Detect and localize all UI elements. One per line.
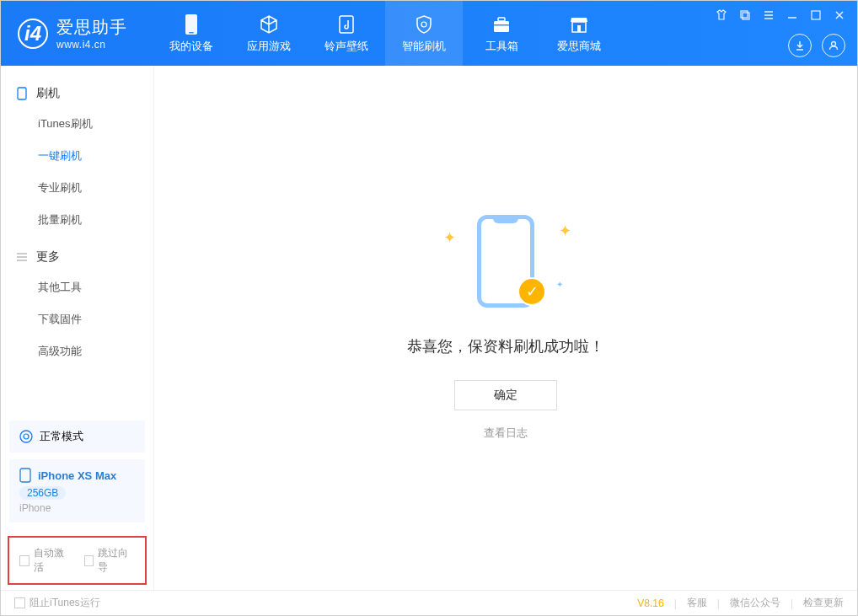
sparkle-icon: ✦	[556, 280, 563, 289]
device-name: iPhone XS Max	[38, 469, 116, 482]
svg-rect-12	[18, 88, 26, 99]
checkbox-icon	[19, 555, 29, 566]
tab-label: 我的设备	[169, 39, 213, 54]
checkbox-icon	[84, 555, 94, 566]
sync-icon	[19, 430, 33, 443]
version-label: V8.16	[637, 597, 663, 609]
svg-point-11	[832, 42, 836, 46]
shield-sync-icon	[413, 13, 435, 35]
flash-options-row: 自动激活 跳过向导	[8, 536, 147, 585]
download-button[interactable]	[788, 34, 812, 57]
section-title: 更多	[36, 249, 60, 265]
separator: |	[791, 597, 793, 609]
user-account-button[interactable]	[822, 34, 845, 57]
tab-my-device[interactable]: 我的设备	[153, 1, 230, 66]
svg-rect-7	[577, 25, 581, 32]
checkbox-block-itunes[interactable]: 阻止iTunes运行	[14, 596, 100, 610]
menu-icon[interactable]	[761, 8, 776, 23]
svg-rect-3	[494, 21, 509, 32]
device-mode-indicator[interactable]: 正常模式	[9, 420, 145, 453]
device-type: iPhone	[19, 502, 135, 514]
svg-rect-10	[812, 11, 820, 19]
tab-toolbox[interactable]: 工具箱	[463, 1, 540, 66]
tab-apps-games[interactable]: 应用游戏	[230, 1, 308, 66]
device-icon	[16, 88, 28, 99]
status-bar: 阻止iTunes运行 V8.16 | 客服 | 微信公众号 | 检查更新	[1, 590, 857, 615]
shop-icon	[568, 13, 590, 35]
sidebar-item-download-firmware[interactable]: 下载固件	[1, 303, 153, 335]
tab-smart-flash[interactable]: 智能刷机	[385, 1, 463, 66]
confirm-button[interactable]: 确定	[454, 380, 557, 410]
svg-rect-4	[498, 18, 505, 21]
sidebar-item-other-tools[interactable]: 其他工具	[1, 271, 153, 303]
checkbox-icon	[14, 597, 25, 608]
footer-link-update[interactable]: 检查更新	[803, 596, 844, 610]
tab-label: 铃声壁纸	[324, 39, 368, 54]
close-button[interactable]	[832, 8, 847, 23]
tab-label: 应用游戏	[247, 39, 291, 54]
maximize-button[interactable]	[808, 8, 823, 23]
section-title: 刷机	[36, 86, 60, 101]
music-note-icon	[335, 13, 357, 35]
svg-rect-1	[189, 32, 194, 34]
app-logo: i4 爱思助手 www.i4.cn	[18, 16, 127, 51]
tab-label: 工具箱	[485, 39, 518, 54]
svg-rect-8	[741, 11, 748, 18]
toolbox-icon	[491, 13, 512, 35]
header-user-area	[788, 34, 845, 57]
sparkle-icon: ✦	[443, 228, 456, 247]
device-info-card[interactable]: iPhone XS Max 256GB iPhone	[9, 459, 145, 522]
separator: |	[717, 597, 720, 609]
sidebar-item-itunes-flash[interactable]: iTunes刷机	[1, 108, 153, 140]
footer-link-service[interactable]: 客服	[687, 596, 707, 610]
svg-rect-2	[340, 16, 353, 33]
checkbox-skip-guide[interactable]: 跳过向导	[84, 546, 136, 575]
sidebar-item-batch-flash[interactable]: 批量刷机	[1, 204, 153, 236]
sidebar: 刷机 iTunes刷机 一键刷机 专业刷机 批量刷机 更多 其他工具 下载固件 …	[1, 66, 154, 590]
sidebar-item-advanced[interactable]: 高级功能	[1, 335, 153, 367]
app-subtitle: www.i4.cn	[56, 39, 127, 51]
tab-ringtone-wallpaper[interactable]: 铃声壁纸	[308, 1, 385, 66]
svg-rect-9	[743, 13, 749, 19]
sidebar-section-more: 更多	[1, 243, 153, 271]
success-check-icon: ✓	[517, 277, 546, 306]
success-message: 恭喜您，保资料刷机成功啦！	[407, 336, 604, 356]
device-mode-label: 正常模式	[40, 429, 83, 444]
main-content: ✦ ✦ ✦ ✓ 恭喜您，保资料刷机成功啦！ 确定 查看日志	[154, 66, 857, 590]
app-header: i4 爱思助手 www.i4.cn 我的设备 应用游戏 铃声壁纸 智能刷机 工具…	[1, 1, 857, 66]
cube-icon	[258, 13, 280, 35]
footer-link-wechat[interactable]: 微信公众号	[730, 596, 780, 610]
phone-icon	[19, 468, 31, 483]
tshirt-icon[interactable]	[714, 8, 729, 23]
app-title: 爱思助手	[56, 16, 127, 39]
checkbox-label: 阻止iTunes运行	[29, 596, 100, 610]
device-capacity: 256GB	[19, 486, 66, 500]
checkbox-auto-activate[interactable]: 自动激活	[19, 546, 71, 575]
tab-label: 爱思商城	[557, 39, 601, 54]
svg-rect-5	[494, 24, 509, 26]
view-log-link[interactable]: 查看日志	[484, 426, 528, 441]
svg-rect-14	[20, 469, 30, 482]
nav-tabs: 我的设备 应用游戏 铃声壁纸 智能刷机 工具箱 爱思商城	[153, 1, 618, 66]
tab-store[interactable]: 爱思商城	[540, 1, 618, 66]
checkbox-label: 跳过向导	[98, 546, 135, 575]
list-icon	[16, 251, 28, 263]
svg-rect-0	[185, 14, 197, 35]
sidebar-item-pro-flash[interactable]: 专业刷机	[1, 172, 153, 204]
layers-icon[interactable]	[737, 8, 753, 23]
separator: |	[674, 597, 677, 609]
tab-label: 智能刷机	[402, 39, 446, 54]
sidebar-section-flash: 刷机	[1, 79, 153, 108]
checkbox-label: 自动激活	[34, 546, 71, 575]
phone-icon	[180, 13, 202, 35]
window-controls	[714, 8, 847, 23]
sidebar-item-oneclick-flash[interactable]: 一键刷机	[1, 140, 153, 172]
logo-icon: i4	[18, 19, 48, 49]
minimize-button[interactable]	[785, 8, 800, 23]
sparkle-icon: ✦	[559, 222, 571, 240]
svg-point-13	[20, 431, 32, 442]
success-illustration: ✦ ✦ ✦ ✓	[438, 215, 573, 316]
